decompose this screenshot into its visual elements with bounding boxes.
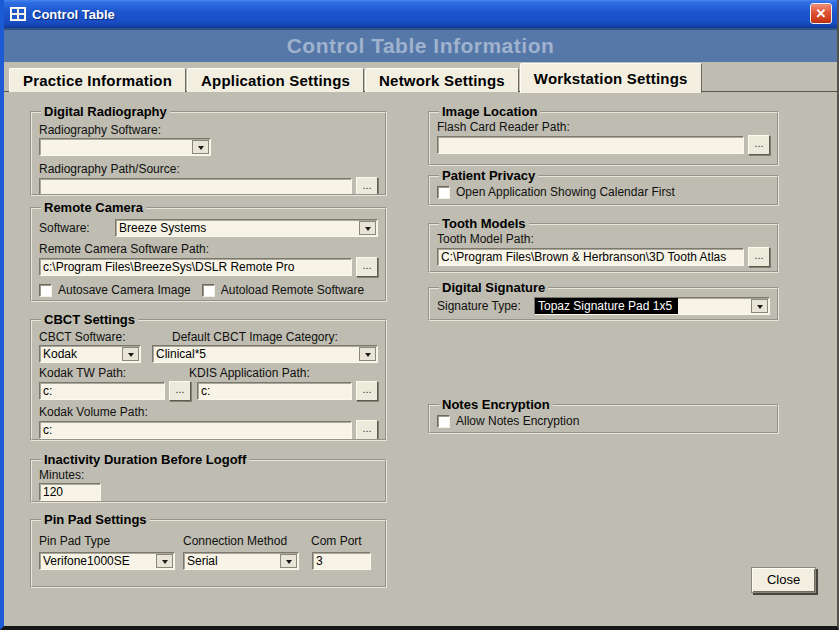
dropdown-button[interactable] <box>192 140 209 154</box>
radiography-path-input[interactable] <box>39 178 352 196</box>
group-pin-pad-settings: Pin Pad Settings Pin Pad Type Connection… <box>30 512 387 588</box>
pin-pad-type-label: Pin Pad Type <box>39 534 183 548</box>
window-title: Control Table <box>32 7 115 22</box>
chevron-down-icon <box>365 227 371 234</box>
dropdown-button[interactable] <box>359 347 376 361</box>
kodak-tw-path-browse-button[interactable]: ... <box>169 381 191 401</box>
kodak-volume-path-browse-button[interactable]: ... <box>356 420 378 440</box>
chevron-down-icon <box>757 305 763 312</box>
group-title: Remote Camera <box>41 200 146 215</box>
group-inactivity-logoff: Inactivity Duration Before Logoff Minute… <box>30 452 387 503</box>
group-title: Digital Radiography <box>41 104 170 119</box>
cbct-software-combobox[interactable]: Kodak <box>39 345 141 363</box>
calendar-first-checkbox[interactable] <box>437 186 450 199</box>
group-title: Pin Pad Settings <box>41 512 150 527</box>
tab-network-settings[interactable]: Network Settings <box>365 68 519 92</box>
close-button[interactable]: Close <box>751 567 816 593</box>
dropdown-button[interactable] <box>280 554 297 568</box>
kdis-path-browse-button[interactable]: ... <box>356 381 378 401</box>
group-notes-encryption: Notes Encryption Allow Notes Encryption <box>428 397 779 434</box>
dropdown-button[interactable] <box>359 221 376 235</box>
cbct-software-label: CBCT Software: <box>39 330 152 344</box>
group-title: Image Location <box>439 104 540 119</box>
autosave-camera-checkbox[interactable] <box>39 284 52 297</box>
camera-software-label: Software: <box>39 221 115 235</box>
group-cbct-settings: CBCT Settings CBCT Software: Default CBC… <box>30 312 387 441</box>
combobox-value: Clinical*5 <box>153 346 358 362</box>
combobox-value: Kodak <box>40 346 121 362</box>
group-digital-radiography: Digital Radiography Radiography Software… <box>30 104 387 196</box>
tabstrip: Practice Information Application Setting… <box>9 62 837 92</box>
kodak-volume-path-input[interactable]: c: <box>39 421 352 439</box>
chevron-down-icon <box>162 560 168 567</box>
calendar-first-checkbox-row: Open Application Showing Calendar First <box>437 185 770 199</box>
tooth-model-path-input[interactable]: C:\Program Files\Brown & Herbranson\3D T… <box>437 248 744 266</box>
tab-practice-information[interactable]: Practice Information <box>9 68 186 92</box>
camera-path-browse-button[interactable]: ... <box>356 257 378 277</box>
combobox-value <box>40 139 191 155</box>
chevron-down-icon <box>198 146 204 153</box>
tab-workstation-settings[interactable]: Workstation Settings <box>520 63 702 93</box>
autosave-camera-label: Autosave Camera Image <box>58 283 191 297</box>
group-title: Tooth Models <box>439 216 529 231</box>
signature-type-label: Signature Type: <box>437 299 534 313</box>
autoload-remote-checkbox-row: Autoload Remote Software <box>202 283 364 297</box>
group-remote-camera: Remote Camera Software: Breeze Systems R… <box>30 200 387 302</box>
titlebar[interactable]: Control Table ✕ <box>4 0 837 28</box>
dropdown-button[interactable] <box>156 554 173 568</box>
group-title: Inactivity Duration Before Logoff <box>41 452 249 467</box>
camera-path-input[interactable]: c:\Program Files\BreezeSys\DSLR Remote P… <box>39 258 352 276</box>
combobox-value: Serial <box>184 553 279 569</box>
autosave-camera-checkbox-row: Autosave Camera Image <box>39 283 191 297</box>
combobox-value: Verifone1000SE <box>40 553 155 569</box>
cbct-category-label: Default CBCT Image Category: <box>172 330 338 344</box>
control-table-window: Control Table ✕ Control Table Informatio… <box>0 0 839 630</box>
chevron-down-icon <box>286 560 292 567</box>
camera-path-label: Remote Camera Software Path: <box>39 242 378 256</box>
calendar-first-label: Open Application Showing Calendar First <box>456 185 675 199</box>
flash-card-path-input[interactable] <box>437 136 744 154</box>
pin-pad-type-combobox[interactable]: Verifone1000SE <box>39 552 175 570</box>
radiography-software-label: Radiography Software: <box>39 123 378 137</box>
form-icon <box>10 7 26 21</box>
page-title: Control Table Information <box>4 28 837 62</box>
group-tooth-models: Tooth Models Tooth Model Path: C:\Progra… <box>428 216 779 273</box>
connection-method-label: Connection Method <box>183 534 311 548</box>
tooth-model-path-label: Tooth Model Path: <box>437 232 770 246</box>
window-close-button[interactable]: ✕ <box>810 3 832 24</box>
flash-card-path-label: Flash Card Reader Path: <box>437 120 770 134</box>
group-digital-signature: Digital Signature Signature Type: Topaz … <box>428 280 779 321</box>
combobox-empty-space <box>678 298 750 314</box>
signature-type-combobox[interactable]: Topaz Signature Pad 1x5 <box>534 297 770 315</box>
dropdown-button[interactable] <box>122 347 139 361</box>
group-title: CBCT Settings <box>41 312 138 327</box>
autoload-remote-label: Autoload Remote Software <box>221 283 364 297</box>
camera-software-combobox[interactable]: Breeze Systems <box>115 219 378 237</box>
minutes-label: Minutes: <box>39 468 378 482</box>
dropdown-button[interactable] <box>751 299 768 313</box>
minutes-input[interactable]: 120 <box>39 483 101 501</box>
kodak-tw-path-input[interactable]: c: <box>39 382 165 400</box>
radiography-software-combobox[interactable] <box>39 138 211 156</box>
radiography-path-label: Radiography Path/Source: <box>39 162 378 176</box>
combobox-selected-value: Topaz Signature Pad 1x5 <box>535 298 678 314</box>
com-port-label: Com Port <box>311 534 362 548</box>
cbct-category-combobox[interactable]: Clinical*5 <box>152 345 378 363</box>
flash-card-path-browse-button[interactable]: ... <box>748 135 770 155</box>
allow-notes-encryption-label: Allow Notes Encryption <box>456 414 579 428</box>
allow-notes-encryption-checkbox-row: Allow Notes Encryption <box>437 414 770 428</box>
kodak-tw-path-label: Kodak TW Path: <box>39 366 189 380</box>
kodak-volume-path-label: Kodak Volume Path: <box>39 405 378 419</box>
tooth-model-path-browse-button[interactable]: ... <box>748 247 770 267</box>
tab-application-settings[interactable]: Application Settings <box>187 68 364 92</box>
combobox-value: Breeze Systems <box>116 220 358 236</box>
kdis-path-input[interactable]: c: <box>197 382 352 400</box>
radiography-path-browse-button[interactable]: ... <box>356 177 378 196</box>
autoload-remote-checkbox[interactable] <box>202 284 215 297</box>
allow-notes-encryption-checkbox[interactable] <box>437 415 450 428</box>
group-title: Notes Encryption <box>439 397 553 412</box>
group-image-location: Image Location Flash Card Reader Path: .… <box>428 104 779 166</box>
com-port-input[interactable]: 3 <box>312 552 371 570</box>
connection-method-combobox[interactable]: Serial <box>183 552 299 570</box>
kdis-path-label: KDIS Application Path: <box>189 366 310 380</box>
